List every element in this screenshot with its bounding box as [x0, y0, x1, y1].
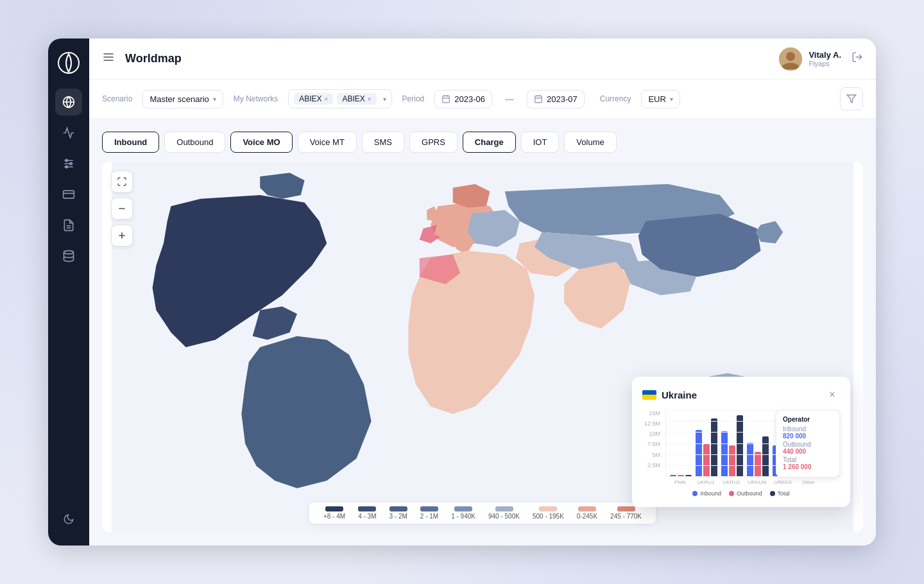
x-label-ukru2: UKRU2 — [721, 479, 742, 485]
avatar — [779, 47, 802, 71]
bar-ukru1-outbound — [703, 444, 710, 476]
main-content: Worldmap Vitaly A. Flyaps — [89, 39, 876, 545]
bar-pmn-outbound — [678, 475, 684, 476]
legend-dot-3 — [389, 506, 407, 511]
tab-outbound[interactable]: Outbound — [164, 132, 225, 153]
currency-select[interactable]: EUR ▾ — [641, 90, 680, 108]
sidebar-item-darkmode[interactable] — [55, 506, 82, 533]
network-tag-2[interactable]: ABIEX × — [337, 93, 376, 105]
legend-item-5: 1 - 940K — [445, 506, 482, 520]
period-from[interactable]: 2023-06 — [434, 90, 492, 108]
legend-label-6: 940 - 500K — [488, 513, 520, 520]
legend-circle-outbound — [729, 491, 734, 496]
svg-point-8 — [65, 166, 67, 167]
tooltip-outbound-label: Outbound — [783, 441, 833, 448]
y-label-4: 7.5M — [642, 441, 660, 447]
tooltip-total-label: Total — [783, 456, 833, 463]
tooltip-operator: Operator — [783, 416, 833, 423]
svg-marker-28 — [847, 95, 855, 103]
user-company: Flyaps — [809, 60, 841, 67]
sidebar-item-worldmap[interactable] — [55, 89, 82, 116]
legend-item-4: 2 - 1M — [414, 506, 445, 520]
network-tag-1-close[interactable]: × — [325, 96, 329, 103]
flag-top — [642, 390, 656, 395]
scenario-select[interactable]: Master scenario ▾ — [142, 90, 223, 108]
legend-label-total: Total — [778, 490, 790, 497]
fullscreen-button[interactable] — [111, 171, 133, 193]
sidebar-bottom — [55, 506, 82, 533]
y-label-6: 2.5M — [642, 462, 660, 468]
tab-voice-mo[interactable]: Voice MO — [230, 132, 292, 153]
tooltip-outbound-value: 440 000 — [783, 448, 833, 455]
sidebar-item-controls[interactable] — [55, 150, 82, 177]
svg-rect-20 — [443, 96, 450, 103]
legend-label-7: 500 - 195K — [533, 513, 564, 520]
legend-circle-inbound — [692, 491, 697, 496]
bar-urkum-outbound — [755, 452, 761, 476]
sidebar-item-billing[interactable] — [55, 181, 82, 208]
y-axis: 15M 12.5M 10M 7.5M 5M 2.5M — [642, 410, 665, 485]
y-label-2: 12.5M — [642, 420, 660, 427]
networks-chevron: ▾ — [383, 96, 386, 103]
scenario-chevron: ▾ — [213, 96, 216, 103]
legend-item-9: 245 - 770K — [604, 506, 648, 520]
legend-entry-outbound: Outbound — [729, 490, 762, 497]
scenario-value: Master scenario — [150, 94, 209, 104]
bar-tooltip: Operator Inbound 820 000 Outbound 440 00… — [776, 410, 840, 477]
logout-icon[interactable] — [851, 51, 863, 66]
x-axis-labels: PMN UKRU1 UKRU2 URKUM URKKS Other — [665, 479, 840, 485]
period-to-value: 2023-07 — [547, 94, 578, 104]
tab-voice-mt[interactable]: Voice MT — [298, 132, 357, 153]
network-tag-1[interactable]: ABIEX × — [294, 93, 333, 105]
legend-item-6: 940 - 500K — [482, 506, 526, 520]
tab-sms[interactable]: SMS — [362, 132, 404, 153]
menu-icon[interactable] — [102, 51, 115, 67]
sidebar — [48, 39, 89, 545]
bar-group-ukru2 — [721, 415, 743, 476]
sidebar-item-reports[interactable] — [55, 212, 82, 239]
legend-item-2: 4 - 3M — [352, 506, 382, 520]
user-name: Vitaly A. — [809, 50, 841, 60]
page-title: Worldmap — [125, 52, 182, 65]
legend-item-1: +8 - 4M — [317, 506, 352, 520]
svg-point-7 — [70, 162, 72, 164]
svg-rect-24 — [535, 96, 542, 103]
legend-label-outbound: Outbound — [737, 490, 762, 497]
zoom-in-button[interactable] — [111, 225, 133, 246]
tab-inbound[interactable]: Inbound — [102, 132, 159, 153]
svg-rect-9 — [64, 191, 74, 198]
content-area: Inbound Outbound Voice MO Voice MT SMS G… — [89, 119, 876, 545]
networks-select[interactable]: ABIEX × ABIEX × ▾ — [288, 89, 391, 108]
svg-point-18 — [786, 52, 795, 61]
legend-dot-8 — [578, 506, 596, 511]
bar-pmn-total — [685, 475, 692, 476]
bar-group-ukru1 — [696, 418, 717, 476]
tab-iot[interactable]: IOT — [521, 132, 560, 153]
filter-button[interactable] — [840, 87, 863, 110]
period-to[interactable]: 2023-07 — [527, 90, 585, 108]
zoom-out-button[interactable] — [111, 198, 133, 219]
tooltip-inbound-label: Inbound — [783, 425, 833, 433]
network-tag-2-label: ABIEX — [342, 94, 364, 103]
network-tag-2-close[interactable]: × — [368, 96, 372, 103]
legend-item-3: 3 - 2M — [382, 506, 413, 520]
tab-volume[interactable]: Volume — [564, 132, 616, 153]
tab-gprs[interactable]: GPRS — [409, 132, 458, 153]
svg-point-6 — [65, 159, 67, 161]
tab-charge[interactable]: Charge — [463, 132, 516, 153]
legend-label-4: 2 - 1M — [420, 513, 438, 520]
sidebar-item-database[interactable] — [55, 243, 82, 270]
legend-dot-4 — [420, 506, 438, 511]
legend-label-3: 3 - 2M — [389, 513, 407, 520]
legend-dot-2 — [358, 506, 376, 511]
legend-circle-total — [770, 491, 775, 496]
period-from-value: 2023-06 — [454, 94, 485, 104]
legend-item-8: 0-245K — [570, 506, 604, 520]
bar-ukru2-inbound — [721, 431, 728, 476]
legend-dot-9 — [617, 506, 635, 511]
popup-title: Ukraine — [642, 390, 697, 400]
x-label-urkks: URKKS — [772, 479, 794, 485]
popup-close-button[interactable]: × — [825, 387, 840, 402]
filter-bar: Scenario Master scenario ▾ My Networks A… — [89, 80, 876, 119]
sidebar-item-analytics[interactable] — [55, 119, 82, 146]
